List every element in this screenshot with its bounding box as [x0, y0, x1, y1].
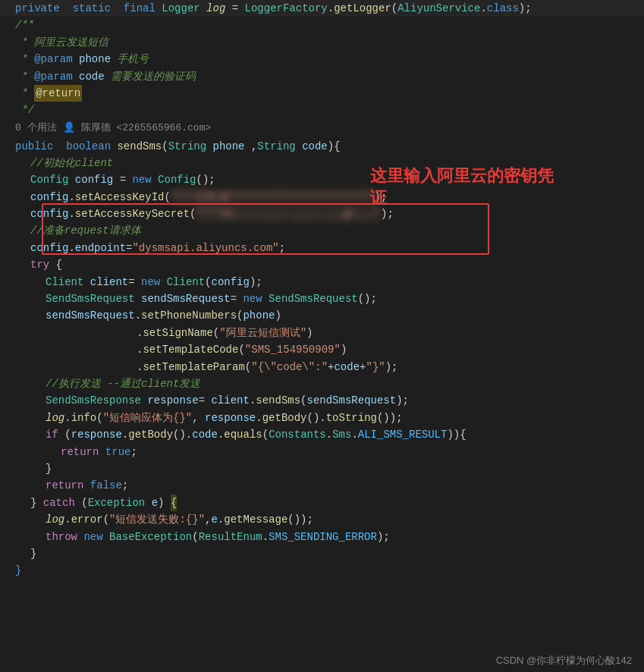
var-config: config — [68, 171, 113, 188]
method-equals: equals — [224, 426, 262, 443]
code-line-13: config . setAccessKeySecret ( "***Vn... … — [0, 206, 644, 222]
keyword-public: public — [15, 138, 53, 155]
type-baseexception: BaseException — [109, 529, 192, 545]
code-line-30: } catch ( Exception e ) { — [0, 495, 644, 511]
code-line-17: Client client = new Client ( config ); — [0, 274, 644, 290]
code-line-16: try { — [0, 256, 644, 273]
method-getbody2: getBody — [128, 426, 173, 443]
keyword-new1: new — [132, 171, 151, 188]
type-constants: Constants — [269, 426, 326, 443]
keyword-final: final — [124, 0, 156, 17]
keyword-static: static — [73, 0, 111, 17]
field-ali-sms: ALI_SMS_RESULT — [358, 426, 448, 443]
param-code: code — [79, 68, 105, 85]
code-line-24: SendSmsResponse response = client . send… — [0, 392, 644, 409]
code-line-27: return true ; — [0, 444, 644, 460]
code-line-10: //初始化 client — [0, 155, 644, 171]
watermark: CSDN @你非柠檬为何心酸142 — [484, 650, 644, 672]
code-line-23: //执行发送 --通过 client 发送 — [0, 375, 644, 392]
author-name: 陈厚德 <2265565966.com> — [81, 121, 212, 137]
code-line-7: */ — [0, 102, 644, 118]
type-config: Config — [30, 171, 68, 188]
comment-param2-star: * — [15, 68, 34, 85]
comment-init: //初始化 — [30, 155, 75, 171]
code-line-33: } — [0, 545, 644, 562]
comment-request-word: request — [64, 222, 109, 239]
comment-open: /** — [15, 17, 34, 33]
tag-return: @return — [34, 85, 82, 102]
method-error: error — [71, 511, 103, 528]
comment-desc: * 阿里云发送短信 — [15, 34, 108, 51]
type-sendreq2: SendSmsRequest — [269, 290, 358, 307]
string-templateparam: "{\"code\":" — [251, 359, 328, 375]
tag-param1: @param — [34, 51, 72, 68]
type-client2: Client — [167, 274, 205, 290]
method-setaccesskeysecret: setAccessKeySecret — [75, 206, 190, 222]
comment-close: */ — [15, 102, 34, 118]
var-e2: e — [211, 511, 217, 528]
tag-param2: @param — [34, 68, 72, 85]
method-info: info — [71, 410, 97, 426]
string-info: "短信响应体为{}" — [103, 410, 193, 426]
code-line-1: private static final Logger log = Logger… — [0, 0, 644, 17]
type-string2: String — [257, 138, 295, 155]
code-line-15: config . endpoint = "dysmsapi.aliyuncs.c… — [0, 240, 644, 256]
var-config-key: config — [30, 189, 68, 206]
code-line-14: //准备 request 请求体 — [0, 222, 644, 239]
field-code: code — [192, 426, 218, 443]
comment-request: //准备 — [30, 222, 64, 239]
catch-brace: { — [171, 495, 177, 511]
code-line-6: * @return — [0, 85, 644, 102]
comment-client-word: client — [75, 155, 113, 171]
code-line-5: * @param code 需要发送的验证码 — [0, 68, 644, 85]
code-line-11: Config config = new Config (); — [0, 171, 644, 188]
keyword-return2: return — [46, 477, 83, 494]
type-aliyunservice: AliyunService — [397, 0, 480, 17]
type-sms: Sms — [332, 426, 351, 443]
code-line-20: . setSignName ( "阿里云短信测试" ) — [0, 325, 644, 341]
keyword-new2: new — [141, 274, 160, 290]
code-line-34: } — [0, 562, 644, 579]
meta-line: 0 个用法 👤 陈厚德 <2265565966.com> — [0, 119, 644, 138]
keyword-if: if — [46, 426, 58, 443]
type-sendresp: SendSmsResponse — [46, 392, 141, 409]
method-getmessage: getMessage — [224, 511, 287, 528]
method-getlogger: getLogger — [334, 0, 391, 17]
string-error: "短信发送失败:{}" — [109, 511, 205, 528]
usage-count: 0 个用法 — [15, 121, 57, 137]
param-phone-desc: 手机号 — [111, 51, 149, 68]
keyword-private: private — [15, 0, 60, 17]
type-string1: String — [168, 138, 206, 155]
code-line-26: if ( response . getBody (). code . equal… — [0, 426, 644, 443]
type-loggerfactory: LoggerFactory — [245, 0, 328, 17]
blurred-keyid: "***ITE+B**********************" — [171, 189, 375, 206]
var-code-concat: code — [334, 359, 360, 375]
method-setphonenumbers: setPhoneNumbers — [141, 307, 237, 324]
var-resp2: response — [71, 426, 122, 443]
string-signname: "阿里云短信测试" — [219, 325, 306, 341]
type-resultenum: ResultEnum — [199, 529, 262, 545]
code-line-19: sendSmsRequest . setPhoneNumbers ( phone… — [0, 307, 644, 324]
var-client: client — [83, 274, 128, 290]
method-sendsms2: sendSms — [256, 392, 300, 409]
code-line-29: return false ; — [0, 477, 644, 494]
code-line-32: throw new BaseException ( ResultEnum . S… — [0, 529, 644, 545]
code-line-31: log . error ( "短信发送失败:{}" , e . getMessa… — [0, 511, 644, 528]
method-sendsms: sendSms — [117, 138, 162, 155]
var-resp-body: response — [205, 410, 256, 426]
var-sendreq: sendSmsRequest — [135, 290, 231, 307]
code-line-22: . setTemplateParam ( "{\"code\":" + code… — [0, 359, 644, 375]
keyword-class: class — [487, 0, 519, 17]
var-sendreq-arg: sendSmsRequest — [307, 392, 397, 409]
field-endpoint: endpoint — [75, 240, 126, 256]
comment-client-send: client — [141, 375, 179, 392]
keyword-false: false — [90, 477, 122, 494]
var-log: log — [206, 0, 225, 17]
keyword-new4: new — [83, 529, 102, 545]
method-settemplatecode: setTemplateCode — [143, 341, 238, 358]
field-sms-error: SMS_SENDING_ERROR — [269, 529, 377, 545]
string-templatecode: "SMS_154950909" — [245, 341, 341, 358]
type-logger: Logger — [162, 0, 199, 17]
type-exception: Exception — [88, 495, 146, 511]
code-line-4: * @param phone 手机号 — [0, 51, 644, 68]
